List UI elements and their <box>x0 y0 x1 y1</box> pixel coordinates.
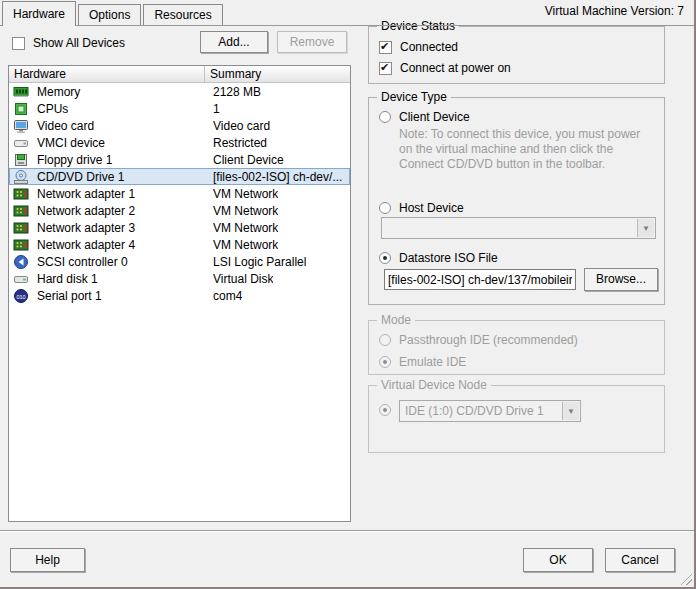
host-device-row: Host Device <box>379 201 464 215</box>
footer-separator <box>0 530 694 532</box>
show-all-devices-checkbox[interactable] <box>12 37 25 50</box>
remove-button: Remove <box>277 31 347 53</box>
tab-options[interactable]: Options <box>78 4 141 25</box>
virtual-device-node-title: Virtual Device Node <box>377 378 491 392</box>
passthrough-label: Passthrough IDE (recommended) <box>399 333 578 347</box>
ok-button[interactable]: OK <box>523 548 593 572</box>
add-button[interactable]: Add... <box>200 31 268 53</box>
browse-button[interactable]: Browse... <box>584 268 658 291</box>
chevron-down-icon: ▼ <box>637 219 654 237</box>
mode-title: Mode <box>377 313 415 327</box>
column-header-summary[interactable]: Summary <box>205 66 350 82</box>
table-row[interactable]: VMCI deviceRestricted <box>9 134 350 151</box>
disk-icon <box>13 271 29 287</box>
hardware-name: SCSI controller 0 <box>37 255 128 269</box>
passthrough-radio <box>379 334 391 346</box>
connect-power-on-row: Connect at power on <box>379 61 511 75</box>
client-device-label: Client Device <box>399 110 470 124</box>
client-device-radio[interactable] <box>379 111 391 123</box>
resize-grip[interactable] <box>679 572 692 585</box>
virtual-device-node-radio <box>379 404 391 416</box>
datastore-iso-radio[interactable] <box>379 252 391 264</box>
host-device-dropdown: ▼ <box>381 217 656 239</box>
tab-hardware[interactable]: Hardware <box>2 1 76 26</box>
table-row[interactable]: Network adapter 1VM Network <box>9 185 350 202</box>
hardware-summary: Video card <box>213 119 270 133</box>
column-header-hardware[interactable]: Hardware <box>9 66 205 82</box>
hardware-summary: LSI Logic Parallel <box>213 255 306 269</box>
datastore-iso-row: Datastore ISO File <box>379 251 498 265</box>
connected-checkbox[interactable] <box>379 41 392 54</box>
floppy-icon <box>13 152 29 168</box>
hardware-name: Network adapter 4 <box>37 238 135 252</box>
hardware-summary: [files-002-ISO] ch-dev/... <box>213 170 342 184</box>
cpu-icon <box>13 101 29 117</box>
device-status-title: Device Status <box>377 19 459 33</box>
cddvd-icon <box>13 169 29 185</box>
hardware-summary: com4 <box>213 289 242 303</box>
connect-power-on-label: Connect at power on <box>400 61 511 75</box>
serial-icon: 010 <box>13 288 29 304</box>
tab-strip-line <box>0 25 694 26</box>
connected-row: Connected <box>379 40 458 54</box>
connected-label: Connected <box>400 40 458 54</box>
hardware-list: Hardware Summary Memory2128 MBCPUs1Video… <box>8 65 351 522</box>
hardware-summary: VM Network <box>213 187 278 201</box>
virtual-device-node-group: Virtual Device Node IDE (1:0) CD/DVD Dri… <box>368 385 665 453</box>
virtual-device-node-row <box>379 404 391 416</box>
table-row[interactable]: 010Serial port 1com4 <box>9 287 350 304</box>
host-device-label: Host Device <box>399 201 464 215</box>
hardware-summary: Client Device <box>213 153 284 167</box>
hardware-name: CPUs <box>37 102 68 116</box>
emulate-ide-row: Emulate IDE <box>379 355 466 369</box>
hardware-list-body: Memory2128 MBCPUs1Video cardVideo cardVM… <box>9 83 350 304</box>
table-row[interactable]: CD/DVD Drive 1[files-002-ISO] ch-dev/... <box>9 168 350 185</box>
chevron-down-icon: ▼ <box>562 402 579 420</box>
client-device-row: Client Device <box>379 110 470 124</box>
vm-version-label: Virtual Machine Version: 7 <box>545 4 684 18</box>
hardware-name: Serial port 1 <box>37 289 102 303</box>
hardware-summary: Restricted <box>213 136 267 150</box>
host-device-radio[interactable] <box>379 202 391 214</box>
hardware-name: CD/DVD Drive 1 <box>37 170 124 184</box>
table-row[interactable]: Floppy drive 1Client Device <box>9 151 350 168</box>
table-row[interactable]: Hard disk 1Virtual Disk <box>9 270 350 287</box>
hardware-summary: VM Network <box>213 221 278 235</box>
help-button[interactable]: Help <box>10 548 85 572</box>
table-row[interactable]: Video cardVideo card <box>9 117 350 134</box>
hardware-name: Floppy drive 1 <box>37 153 112 167</box>
table-row[interactable]: Memory2128 MB <box>9 83 350 100</box>
hardware-name: VMCI device <box>37 136 105 150</box>
table-row[interactable]: Network adapter 2VM Network <box>9 202 350 219</box>
hardware-name: Hard disk 1 <box>37 272 98 286</box>
client-device-note: Note: To connect this device, you must p… <box>399 127 653 172</box>
hardware-name: Memory <box>37 85 80 99</box>
hardware-summary: Virtual Disk <box>213 272 273 286</box>
table-row[interactable]: Network adapter 4VM Network <box>9 236 350 253</box>
table-row[interactable]: CPUs1 <box>9 100 350 117</box>
network-icon <box>13 203 29 219</box>
hardware-name: Video card <box>37 119 94 133</box>
table-row[interactable]: Network adapter 3VM Network <box>9 219 350 236</box>
mode-group: Mode Passthrough IDE (recommended) Emula… <box>368 320 665 375</box>
connect-power-on-checkbox[interactable] <box>379 62 392 75</box>
hardware-list-header: Hardware Summary <box>9 66 350 83</box>
tab-strip: Hardware Options Resources <box>2 0 225 25</box>
vm-properties-dialog: Hardware Options Resources Virtual Machi… <box>0 0 696 589</box>
hardware-name: Network adapter 1 <box>37 187 135 201</box>
hardware-name: Network adapter 2 <box>37 204 135 218</box>
svg-text:010: 010 <box>16 293 25 299</box>
cancel-button[interactable]: Cancel <box>605 548 675 572</box>
network-icon <box>13 186 29 202</box>
hardware-summary: VM Network <box>213 204 278 218</box>
device-type-title: Device Type <box>377 90 451 104</box>
datastore-iso-path-input[interactable] <box>384 269 576 290</box>
video-icon <box>13 118 29 134</box>
network-icon <box>13 220 29 236</box>
hardware-name: Network adapter 3 <box>37 221 135 235</box>
passthrough-row: Passthrough IDE (recommended) <box>379 333 578 347</box>
device-type-group: Device Type Client Device Note: To conne… <box>368 97 665 305</box>
virtual-device-node-dropdown-value: IDE (1:0) CD/DVD Drive 1 <box>400 401 562 421</box>
tab-resources[interactable]: Resources <box>143 4 222 25</box>
table-row[interactable]: SCSI controller 0LSI Logic Parallel <box>9 253 350 270</box>
